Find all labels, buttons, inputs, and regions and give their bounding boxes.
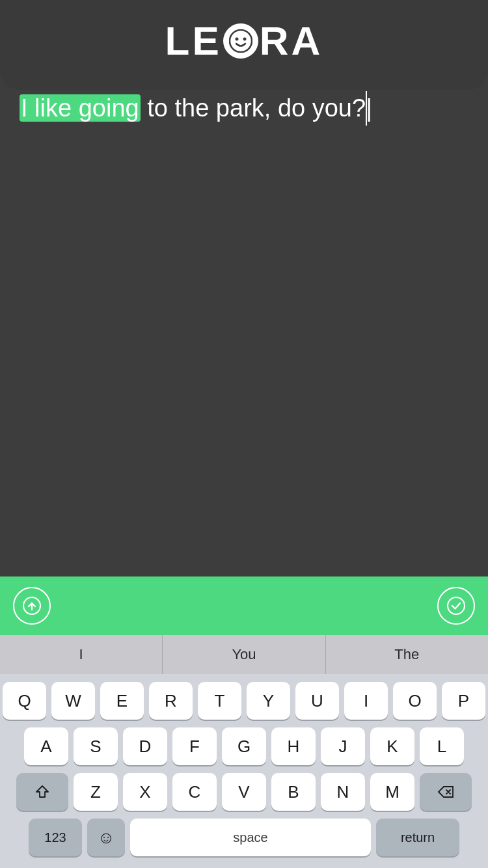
svg-point-2 (243, 37, 246, 40)
key-I[interactable]: I (344, 682, 388, 720)
key-O[interactable]: O (393, 682, 437, 720)
svg-point-0 (230, 30, 252, 52)
key-W[interactable]: W (51, 682, 95, 720)
key-G[interactable]: G (222, 727, 266, 765)
key-J[interactable]: J (321, 727, 365, 765)
key-H[interactable]: H (271, 727, 316, 765)
key-shift[interactable] (16, 773, 68, 811)
key-num[interactable]: 123 (29, 819, 82, 856)
key-B[interactable]: B (271, 773, 316, 811)
key-L[interactable]: L (420, 727, 464, 765)
suggestion-You[interactable]: You (163, 635, 325, 674)
key-K[interactable]: K (370, 727, 414, 765)
key-T[interactable]: T (198, 682, 241, 720)
key-V[interactable]: V (222, 773, 266, 811)
key-Y[interactable]: Y (247, 682, 290, 720)
keyboard-row-2: A S D F G H J K L (3, 727, 485, 765)
upload-button[interactable] (13, 587, 51, 625)
suggestions-bar: I You The (0, 635, 488, 674)
app-header: LE RA (0, 0, 488, 72)
highlighted-text: I like going (20, 94, 141, 122)
text-editor[interactable]: I like going to the park, do you?| (0, 72, 488, 576)
editor-toolbar (0, 576, 488, 635)
logo-le: LE (165, 18, 222, 64)
key-space[interactable]: space (130, 819, 371, 856)
key-S[interactable]: S (74, 727, 118, 765)
key-F[interactable]: F (172, 727, 217, 765)
suggestion-I[interactable]: I (0, 635, 163, 674)
text-cursor: | (366, 91, 367, 126)
key-return[interactable]: return (376, 819, 459, 856)
key-R[interactable]: R (149, 682, 193, 720)
key-X[interactable]: X (123, 773, 167, 811)
key-emoji[interactable]: ☺ (87, 819, 125, 856)
logo-smiley-icon (223, 23, 258, 59)
key-E[interactable]: E (100, 682, 144, 720)
key-P[interactable]: P (442, 682, 485, 720)
keyboard: Q W E R T Y U I O P A S D F G H J K L Z … (0, 674, 488, 868)
key-M[interactable]: M (370, 773, 414, 811)
editor-content: I like going to the park, do you?| (20, 91, 468, 126)
key-delete[interactable] (420, 773, 472, 811)
logo-ra: RA (260, 18, 323, 64)
keyboard-bottom-row: 123 ☺ space return (3, 819, 485, 856)
keyboard-row-1: Q W E R T Y U I O P (3, 682, 485, 720)
confirm-button[interactable] (437, 587, 475, 625)
key-U[interactable]: U (295, 682, 339, 720)
key-D[interactable]: D (123, 727, 167, 765)
suggestion-The[interactable]: The (326, 635, 488, 674)
key-N[interactable]: N (321, 773, 365, 811)
regular-text: to the park, do you? (141, 94, 366, 122)
key-A[interactable]: A (24, 727, 68, 765)
keyboard-row-3: Z X C V B N M (3, 773, 485, 811)
svg-point-1 (235, 37, 238, 40)
key-C[interactable]: C (172, 773, 217, 811)
key-Q[interactable]: Q (3, 682, 46, 720)
key-Z[interactable]: Z (74, 773, 118, 811)
svg-point-4 (448, 597, 465, 614)
app-logo: LE RA (165, 18, 323, 64)
